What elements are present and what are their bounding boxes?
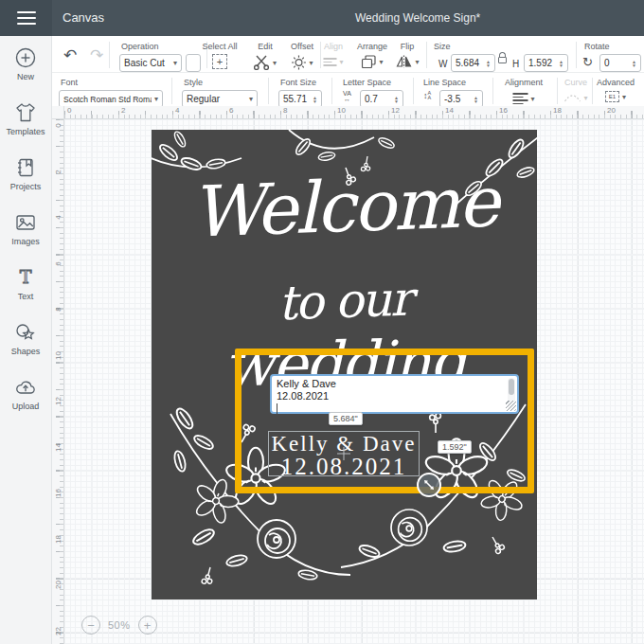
rotate-label: Rotate: [584, 42, 610, 51]
ruler-number: 20: [54, 580, 63, 591]
align-icon: [323, 56, 336, 68]
advanced-button[interactable]: E1 ▾: [605, 91, 626, 102]
chevron-down-icon: ▾: [379, 58, 383, 66]
divider: [331, 78, 332, 104]
letter-space-icon: VA ↔: [343, 91, 351, 102]
size-height-value: 1.592: [528, 58, 556, 68]
text-edit-input[interactable]: Kelly & Dave 12.08.2021: [270, 374, 519, 414]
offset-sun-icon: [291, 55, 306, 70]
rotate-value: 0: [604, 58, 629, 68]
sidebar-item-images[interactable]: Images: [0, 201, 51, 256]
flip-button[interactable]: ▾: [395, 55, 419, 68]
new-plus-icon: [14, 46, 37, 69]
chevron-down-icon: ▾: [530, 95, 534, 103]
letter-space-label: Letter Space: [343, 78, 391, 87]
edit-line-2: 12.08.2021: [277, 390, 502, 402]
sidebar-item-projects[interactable]: Projects: [0, 146, 51, 201]
arrange-button[interactable]: ▾: [361, 55, 383, 69]
chevron-down-icon: ▾: [154, 95, 158, 103]
ruler-number: 18: [54, 533, 63, 545]
divider: [426, 42, 427, 68]
left-sidebar: New Templates Projects: [0, 36, 52, 644]
ruler-number: 8: [283, 106, 287, 115]
sidebar-item-new[interactable]: New: [0, 36, 51, 91]
sidebar-item-shapes[interactable]: Shapes: [0, 311, 51, 366]
layer-color-swatch[interactable]: [186, 54, 201, 72]
redo-button[interactable]: ↷: [90, 45, 103, 65]
shapes-icon: [14, 321, 37, 344]
zoom-in-button[interactable]: +: [138, 616, 157, 635]
scrollbar-thumb[interactable]: [509, 379, 514, 395]
chevron-down-icon: ▾: [415, 58, 419, 66]
ruler-number: 4: [54, 212, 63, 224]
edit-label: Edit: [258, 42, 273, 51]
flip-label: Flip: [401, 42, 415, 51]
divider: [109, 42, 110, 68]
sidebar-item-upload[interactable]: Upload: [0, 366, 51, 420]
letter-space-value: 0.7: [365, 94, 391, 104]
operation-dropdown[interactable]: Basic Cut ▾: [119, 54, 182, 72]
stepper-icon[interactable]: ▲▼: [313, 96, 317, 103]
edit-button[interactable]: ▾: [254, 55, 277, 70]
ruler-number: 12: [54, 396, 63, 407]
chevron-down-icon: ▾: [273, 59, 277, 67]
font-size-value: 55.71: [283, 94, 310, 104]
style-value: Regular: [187, 94, 246, 104]
design-canvas[interactable]: Welcome to our wedding Kelly & Dave 12.0…: [64, 119, 644, 644]
divider: [557, 78, 558, 104]
alignment-button[interactable]: ▾: [512, 91, 534, 106]
height-dimension-label: 1.592": [438, 440, 472, 454]
ruler-number: 16: [499, 106, 508, 115]
text-caret: [277, 403, 277, 414]
select-all-icon: +: [212, 54, 227, 69]
ruler-horizontal: 02468101214161820: [64, 106, 644, 119]
rotate-input[interactable]: 0 ▲▼: [599, 54, 641, 72]
sidebar-item-text[interactable]: T Text: [0, 256, 51, 311]
diagonal-arrows-icon: [422, 478, 436, 492]
ruler-number: 10: [54, 349, 63, 361]
select-all-button[interactable]: +: [212, 54, 227, 69]
size-height-input[interactable]: 1.592 ▲▼: [524, 54, 568, 72]
resize-grip-icon[interactable]: [506, 401, 516, 411]
chevron-down-icon: ▾: [173, 59, 177, 67]
ruler-number: 18: [553, 106, 562, 115]
sidebar-item-templates[interactable]: Templates: [0, 91, 51, 146]
lock-ratio-button[interactable]: [498, 52, 507, 63]
scissors-icon: [254, 55, 270, 70]
text-align-icon: [512, 91, 528, 106]
stepper-icon[interactable]: ▲▼: [632, 60, 636, 67]
zoom-out-button[interactable]: −: [81, 616, 100, 635]
undo-button[interactable]: ↶: [63, 45, 77, 65]
ruler-corner: [52, 106, 64, 119]
stepper-icon[interactable]: ▲▼: [486, 60, 491, 67]
stepper-icon[interactable]: ▲▼: [559, 60, 564, 67]
rotate-icon[interactable]: ↻: [582, 55, 593, 69]
line-space-label: Line Space: [423, 78, 466, 87]
selection-highlight-frame[interactable]: [235, 349, 534, 493]
arrange-layers-icon: [361, 55, 376, 69]
stepper-icon[interactable]: ▲▼: [474, 96, 478, 103]
stepper-icon[interactable]: ▲▼: [394, 96, 399, 103]
divider: [413, 78, 414, 104]
offset-button[interactable]: ▾: [291, 55, 313, 70]
line-space-value: -3.5: [444, 94, 471, 104]
project-notebook-icon: [14, 156, 37, 179]
svg-text:T: T: [20, 266, 32, 287]
select-all-label: Select All: [202, 42, 237, 51]
resize-handle[interactable]: [417, 473, 441, 497]
align-button: ▾: [323, 56, 343, 68]
divider: [576, 42, 577, 68]
edit-line-1: Kelly & Dave: [277, 378, 502, 390]
ruler-number: 6: [229, 106, 233, 115]
tshirt-icon: [14, 101, 37, 124]
ruler-number: 4: [175, 106, 179, 115]
ruler-number: 22: [54, 625, 63, 636]
size-width-input[interactable]: 5.684 ▲▼: [451, 54, 495, 72]
ruler-number: 0: [67, 106, 71, 115]
chevron-down-icon: ▾: [622, 93, 626, 101]
advanced-label: Advanced: [597, 78, 635, 87]
width-dimension-label: 5.684": [329, 412, 363, 425]
hamburger-menu-button[interactable]: [0, 0, 52, 36]
document-title: Wedding Welcome Sign*: [355, 11, 480, 25]
top-bar: Canvas Wedding Welcome Sign*: [0, 0, 644, 36]
